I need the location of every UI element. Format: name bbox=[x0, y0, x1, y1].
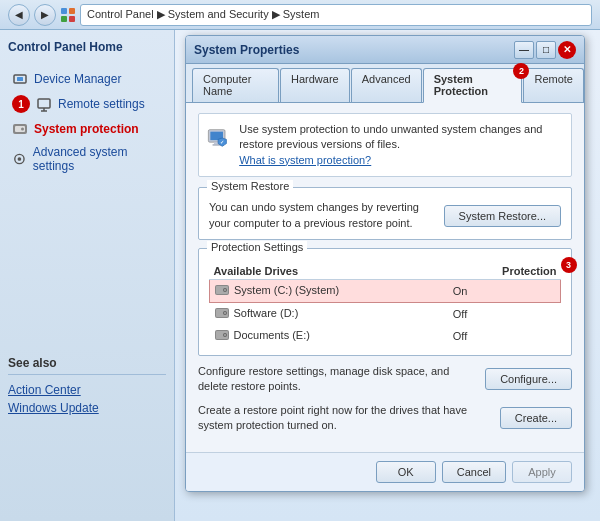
svg-point-28 bbox=[224, 312, 226, 314]
restore-section: You can undo system changes by reverting… bbox=[209, 196, 561, 231]
forward-button[interactable]: ▶ bbox=[34, 4, 56, 26]
hdd-icon-e bbox=[214, 328, 230, 342]
system-restore-button[interactable]: System Restore... bbox=[444, 205, 561, 227]
drive-c-protection: On bbox=[449, 279, 561, 302]
tab-computer-name[interactable]: Computer Name bbox=[192, 68, 279, 102]
info-text: Use system protection to undo unwanted s… bbox=[239, 122, 563, 168]
maximize-button[interactable]: □ bbox=[536, 41, 556, 59]
windows-update-link[interactable]: Windows Update bbox=[8, 399, 166, 417]
dialog-tabs: Computer Name Hardware Advanced System P… bbox=[186, 64, 584, 103]
breadcrumb[interactable]: Control Panel ▶ System and Security ▶ Sy… bbox=[80, 4, 592, 26]
system-info-icon: ✓ bbox=[207, 122, 229, 154]
left-panel: Control Panel Home Device Manager 1 Remo… bbox=[0, 30, 175, 521]
svg-rect-1 bbox=[69, 8, 75, 14]
drive-row-e[interactable]: Documents (E:) Off bbox=[210, 325, 561, 347]
minimize-button[interactable]: — bbox=[514, 41, 534, 59]
svg-point-24 bbox=[224, 289, 226, 291]
col-header-drives: Available Drives bbox=[210, 263, 449, 280]
panel-title: Control Panel Home bbox=[8, 40, 166, 58]
system-protection-nav-icon bbox=[12, 121, 28, 137]
main-area: System Properties — □ ✕ Computer Name Ha… bbox=[175, 30, 600, 521]
sidebar-item-system-protection[interactable]: System protection bbox=[8, 118, 166, 140]
svg-rect-5 bbox=[17, 77, 23, 81]
svg-rect-3 bbox=[69, 16, 75, 22]
ok-button[interactable]: OK bbox=[376, 461, 436, 483]
drive-d-protection: Off bbox=[449, 302, 561, 325]
configure-button[interactable]: Configure... bbox=[485, 368, 572, 390]
drive-e-protection: Off bbox=[449, 325, 561, 347]
col-header-protection: Protection3 bbox=[449, 263, 561, 280]
remote-settings-icon bbox=[36, 96, 52, 112]
drive-c-name: System (C:) (System) bbox=[210, 279, 449, 302]
sidebar-item-device-manager[interactable]: Device Manager bbox=[8, 68, 166, 90]
dialog-footer: OK Cancel Apply bbox=[186, 452, 584, 491]
advanced-settings-icon bbox=[12, 151, 27, 167]
svg-rect-0 bbox=[61, 8, 67, 14]
protection-settings-group: Protection Settings Available Drives Pro… bbox=[198, 248, 572, 356]
create-button[interactable]: Create... bbox=[500, 407, 572, 429]
svg-point-32 bbox=[224, 334, 226, 336]
close-button[interactable]: ✕ bbox=[558, 41, 576, 59]
drives-table: Available Drives Protection3 bbox=[209, 263, 561, 347]
action-center-link[interactable]: Action Center bbox=[8, 381, 166, 399]
svg-text:✓: ✓ bbox=[220, 140, 224, 145]
svg-point-13 bbox=[18, 157, 22, 161]
create-section: Create a restore point right now for the… bbox=[198, 403, 572, 434]
drive-row-d[interactable]: Software (D:) Off bbox=[210, 302, 561, 325]
configure-section: Configure restore settings, manage disk … bbox=[198, 364, 572, 395]
what-is-protection-link[interactable]: What is system protection? bbox=[239, 154, 371, 166]
sidebar-item-advanced-settings[interactable]: Advanced system settings bbox=[8, 142, 166, 176]
dialog-title: System Properties bbox=[194, 43, 299, 57]
configure-description: Configure restore settings, manage disk … bbox=[198, 364, 475, 395]
badge-3: 3 bbox=[561, 257, 577, 273]
drive-row-c[interactable]: System (C:) (System) On bbox=[210, 279, 561, 302]
window-controls: — □ ✕ bbox=[514, 41, 576, 59]
control-panel-icon bbox=[60, 7, 76, 23]
svg-point-11 bbox=[21, 128, 24, 131]
badge-1: 1 bbox=[12, 95, 30, 113]
hdd-icon-c bbox=[214, 283, 230, 297]
back-button[interactable]: ◀ bbox=[8, 4, 30, 26]
hdd-icon-d bbox=[214, 306, 230, 320]
svg-rect-2 bbox=[61, 16, 67, 22]
apply-button[interactable]: Apply bbox=[512, 461, 572, 483]
protection-settings-label: Protection Settings bbox=[207, 241, 307, 253]
svg-rect-6 bbox=[38, 99, 50, 108]
tab-system-protection[interactable]: System Protection 2 bbox=[423, 68, 523, 103]
cancel-button[interactable]: Cancel bbox=[442, 461, 506, 483]
drive-e-name: Documents (E:) bbox=[210, 325, 449, 347]
device-manager-icon bbox=[12, 71, 28, 87]
tab-advanced[interactable]: Advanced bbox=[351, 68, 422, 102]
restore-description: You can undo system changes by reverting… bbox=[209, 200, 434, 231]
system-restore-group: System Restore You can undo system chang… bbox=[198, 187, 572, 240]
see-also-label: See also bbox=[8, 356, 166, 375]
sidebar-item-remote-settings[interactable]: 1 Remote settings bbox=[8, 92, 166, 116]
tab-hardware[interactable]: Hardware bbox=[280, 68, 350, 102]
address-bar: ◀ ▶ Control Panel ▶ System and Security … bbox=[0, 0, 600, 30]
system-properties-dialog: System Properties — □ ✕ Computer Name Ha… bbox=[185, 35, 585, 492]
tab-remote[interactable]: Remote bbox=[523, 68, 584, 102]
dialog-titlebar: System Properties — □ ✕ bbox=[186, 36, 584, 64]
create-description: Create a restore point right now for the… bbox=[198, 403, 490, 434]
dialog-body: ✓ Use system protection to undo unwanted… bbox=[186, 103, 584, 452]
info-section: ✓ Use system protection to undo unwanted… bbox=[198, 113, 572, 177]
system-restore-label: System Restore bbox=[207, 180, 293, 192]
drive-d-name: Software (D:) bbox=[210, 302, 449, 325]
